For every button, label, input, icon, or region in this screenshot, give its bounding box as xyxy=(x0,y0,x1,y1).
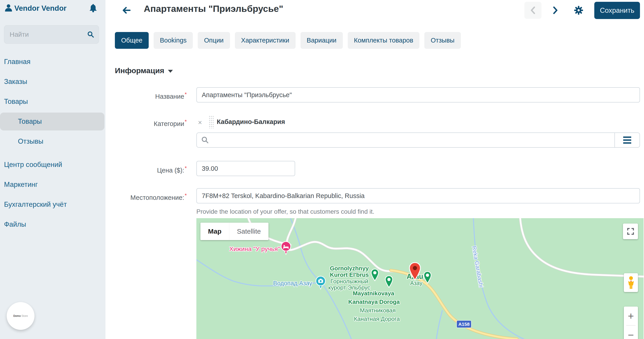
map-label-resort-ru-1: Горнолыжный xyxy=(330,278,368,285)
category-chip: Кабардино-Балкария xyxy=(217,118,285,125)
map-label-cableway-en-1: Mayatnikovaya xyxy=(353,290,394,297)
sidebar-item-orders[interactable]: Заказы xyxy=(4,75,27,88)
settings-button[interactable] xyxy=(570,2,587,19)
map-label-cableway-en-2: Kanatnaya Doroga xyxy=(348,299,400,306)
location-label: Местоположение:* xyxy=(112,192,187,201)
price-label: Цена ($):* xyxy=(112,165,187,174)
required-mark: * xyxy=(185,91,187,97)
user-avatar-icon[interactable] xyxy=(4,3,13,12)
required-mark: * xyxy=(185,165,187,171)
map-label-resort-en-1: Gornolyzhnyy xyxy=(330,265,368,272)
fullscreen-icon xyxy=(627,228,634,235)
sidebar-item-files[interactable]: Файлы xyxy=(4,218,26,231)
category-search-input[interactable] xyxy=(196,132,615,148)
product-tabs: Общее Bookings Опции Характеристики Вари… xyxy=(115,32,461,49)
vendor-admin-page: Vendor Vendor Главная Заказы Товары Това… xyxy=(0,0,644,339)
road-badge-a158: A158 xyxy=(457,321,471,328)
sidebar-active-highlight xyxy=(0,113,104,130)
notifications-bell-icon[interactable] xyxy=(89,3,98,13)
tab-options[interactable]: Опции xyxy=(198,32,230,49)
google-map-canvas[interactable]: Хижина "У ручья" Водопад Азау Gornolyzhn… xyxy=(196,218,644,339)
poi-pin-icon[interactable] xyxy=(370,269,379,281)
save-button[interactable]: Сохранить xyxy=(594,2,640,19)
search-icon xyxy=(201,136,209,144)
map-type-control: Map Satellite xyxy=(200,223,268,240)
fullscreen-button[interactable] xyxy=(623,224,638,239)
zoom-in-button[interactable]: + xyxy=(624,307,638,325)
category-tree-button[interactable] xyxy=(614,132,640,148)
map-zoom-control: + − xyxy=(624,307,638,339)
chevron-down-icon xyxy=(168,70,173,73)
page-title: Апартаменты "Приэльбрусье" xyxy=(144,3,283,14)
required-mark: * xyxy=(185,119,187,125)
tab-reviews[interactable]: Отзывы xyxy=(424,32,460,49)
price-input[interactable] xyxy=(196,161,295,176)
map-label-resort-en-2: Kurort El'brus xyxy=(330,271,369,278)
sidebar: Vendor Vendor Главная Заказы Товары Това… xyxy=(0,0,106,339)
tab-bookings[interactable]: Bookings xyxy=(154,32,193,49)
next-product-button[interactable] xyxy=(547,2,564,19)
categories-label: Категории* xyxy=(112,119,187,128)
sidebar-item-products-sub[interactable]: Товары xyxy=(18,115,42,128)
back-arrow-icon[interactable] xyxy=(121,6,132,15)
store-logo-text-1: Demo xyxy=(13,314,20,318)
chevron-left-icon xyxy=(529,6,537,15)
tab-product-bundles[interactable]: Комплекты товаров xyxy=(348,32,420,49)
sidebar-item-products[interactable]: Товары xyxy=(4,95,28,108)
lodging-pin-icon[interactable] xyxy=(280,241,292,255)
sidebar-search xyxy=(4,25,99,44)
remove-category-icon[interactable]: × xyxy=(198,119,202,127)
prev-product-button[interactable] xyxy=(524,2,542,19)
photo-spot-pin-icon[interactable] xyxy=(315,276,326,290)
tab-features[interactable]: Характеристики xyxy=(235,32,296,49)
tab-general[interactable]: Общее xyxy=(115,32,149,49)
section-information[interactable]: Информация xyxy=(115,66,173,75)
map-label-cableway-ru-1: Маятниковая xyxy=(360,307,396,314)
sidebar-item-message-center[interactable]: Центр сообщений xyxy=(4,158,62,171)
poi-pin-icon[interactable] xyxy=(423,271,432,284)
map-label-waterfall: Водопад Азау xyxy=(273,280,312,287)
name-input[interactable] xyxy=(196,87,640,102)
location-marker-icon[interactable] xyxy=(409,262,421,281)
user-name[interactable]: Vendor Vendor xyxy=(14,4,66,12)
sidebar-item-reviews-sub[interactable]: Отзывы xyxy=(18,135,44,148)
gear-icon xyxy=(574,5,584,15)
section-information-title: Информация xyxy=(115,66,164,75)
map-type-satellite-button[interactable]: Satellite xyxy=(229,223,268,240)
pegman-control[interactable] xyxy=(624,273,638,292)
map-label-cableway-ru-2: Канатная Дорога xyxy=(354,316,400,323)
location-hint: Provide the location of your offer, so t… xyxy=(196,208,374,215)
poi-pin-icon[interactable] xyxy=(385,276,393,288)
name-label: Название* xyxy=(112,91,187,100)
sidebar-item-home[interactable]: Главная xyxy=(4,55,30,68)
store-logo-text-2: Store xyxy=(22,314,28,318)
search-icon[interactable] xyxy=(87,31,94,38)
tab-variations[interactable]: Вариации xyxy=(300,32,343,49)
sidebar-search-input[interactable] xyxy=(10,25,84,43)
map-label-hut: Хижина "У ручья" xyxy=(229,246,280,253)
zoom-out-button[interactable]: − xyxy=(624,326,638,339)
sidebar-item-accounting[interactable]: Бухгалтерский учёт xyxy=(4,198,67,211)
required-mark: * xyxy=(185,192,187,198)
pegman-icon xyxy=(626,276,636,289)
sidebar-item-marketing[interactable]: Маркетинг xyxy=(4,178,38,191)
location-input[interactable] xyxy=(196,188,640,203)
menu-icon xyxy=(623,136,631,138)
drag-handle[interactable] xyxy=(209,115,214,128)
map-type-map-button[interactable]: Map xyxy=(200,223,229,240)
store-logo[interactable]: Demo Store xyxy=(7,302,34,330)
chevron-right-icon xyxy=(552,6,559,15)
